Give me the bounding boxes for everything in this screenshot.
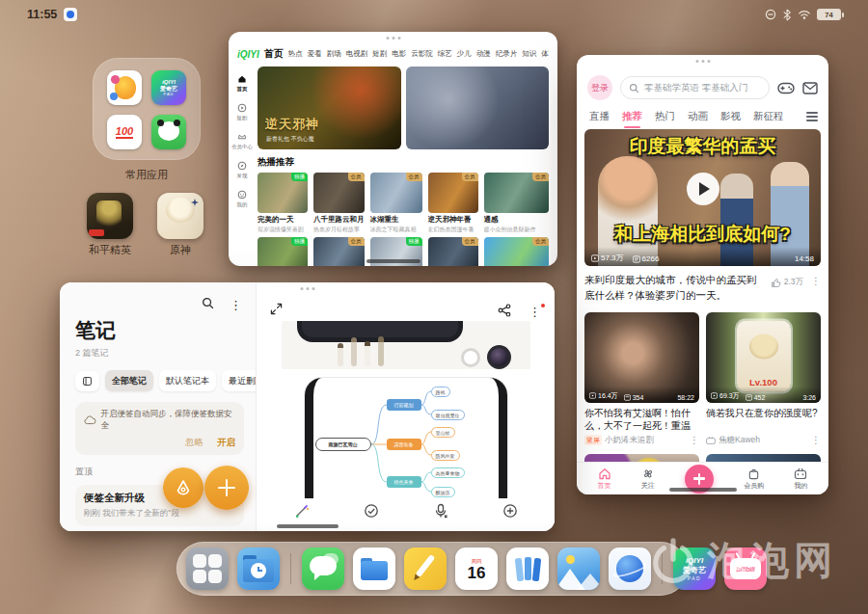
video-card[interactable]: 独播完美的一天贺岁温情爆笑喜剧 xyxy=(258,173,308,234)
iqiyi-tab[interactable]: 动漫 xyxy=(476,49,491,59)
tab-recommend[interactable]: 推荐 xyxy=(622,110,642,123)
window-resize-handle[interactable] xyxy=(669,488,737,492)
video-card[interactable]: 16.4万 354 58:22 你不怕我有艾滋啊！怕什么，大不了一起死！重温经典… xyxy=(584,312,699,446)
app-icon-game-for-peace[interactable] xyxy=(87,193,133,239)
iqiyi-app-icon[interactable]: iQIYI 爱奇艺 PAD xyxy=(673,547,716,590)
login-button[interactable]: 登录 xyxy=(587,75,612,100)
side-nav-shorts[interactable]: 短剧 xyxy=(236,103,248,122)
panda-app-icon[interactable] xyxy=(151,115,186,149)
nav-home[interactable]: 首页 xyxy=(598,467,611,491)
doodle-note-button[interactable] xyxy=(163,467,203,508)
app-folder[interactable]: iQIYI 爱奇艺 PAD 100 xyxy=(93,58,201,160)
iqiyi-pad-app-icon[interactable]: iQIYI 爱奇艺 PAD xyxy=(151,70,186,105)
window-resize-handle[interactable] xyxy=(366,259,420,263)
more-options-icon[interactable]: ⋮ xyxy=(811,436,821,445)
video-card[interactable]: 独播结束现代话剧舞台经典 xyxy=(258,237,308,266)
iqiyi-tab-home[interactable]: 首页 xyxy=(264,47,284,61)
todo-check-icon[interactable] xyxy=(364,503,379,519)
like-count[interactable]: 2.3万 xyxy=(771,277,803,288)
share-icon[interactable] xyxy=(498,304,511,317)
messages-icon[interactable] xyxy=(802,82,818,94)
more-options-icon[interactable]: ⋮ xyxy=(811,277,821,286)
sync-ignore-button[interactable]: 忽略 xyxy=(185,437,203,449)
more-options-icon[interactable]: ⋮ xyxy=(690,436,699,445)
nav-following[interactable]: 关注 xyxy=(641,467,655,491)
browser-app-icon[interactable] xyxy=(609,547,651,590)
iqiyi-tab[interactable]: 少儿 xyxy=(457,49,472,59)
window-handle-icon[interactable] xyxy=(300,287,314,290)
note-more-options-icon[interactable]: ⋮ xyxy=(529,306,541,318)
recent-files-icon[interactable] xyxy=(237,547,280,590)
voice-input-icon[interactable] xyxy=(433,503,448,519)
sync-enable-button[interactable]: 开启 xyxy=(217,437,235,449)
app-icon-genshin[interactable] xyxy=(157,193,203,239)
video-card[interactable]: 会员逆天邪神年番玄幻热血国漫年番 xyxy=(428,173,478,234)
window-handle-icon[interactable] xyxy=(386,37,400,40)
side-nav-discover[interactable]: 发现 xyxy=(236,161,248,180)
calendar-app-icon[interactable]: 周四 16 xyxy=(455,547,498,590)
iqiyi-tab[interactable]: 电视剧 xyxy=(346,49,368,59)
uploader-name[interactable]: 焦糖Kaweh xyxy=(719,435,760,446)
tab-film[interactable]: 影视 xyxy=(720,110,741,123)
iqiyi-tab[interactable]: 体育 xyxy=(541,49,549,59)
iqiyi-tab[interactable]: 综艺 xyxy=(438,49,452,59)
tab-new-journey[interactable]: 新征程 xyxy=(753,110,784,123)
featured-video-card[interactable]: 印度最繁华的孟买 和上海相比到底如何? 57.3万 6266 14:58 xyxy=(584,129,821,266)
video-duration: 14:58 xyxy=(795,254,814,263)
video-card[interactable]: 会员暗刃追踪缉凶行动全面展开 xyxy=(428,237,478,266)
search-icon[interactable] xyxy=(202,297,214,309)
video-card[interactable]: 会员冰湖重生冰面之下暗藏真相 xyxy=(370,173,422,234)
insert-plus-icon[interactable] xyxy=(502,503,518,519)
iqiyi-tab[interactable]: 剧场 xyxy=(327,49,341,59)
play-button[interactable] xyxy=(687,173,719,205)
window-resize-handle[interactable] xyxy=(277,524,339,528)
video-card[interactable]: 会员熊出没之丛林总动员陪伴孩子的快乐时光 xyxy=(484,237,550,266)
app-drawer-icon[interactable] xyxy=(186,547,229,590)
iqiyi-tab[interactable]: 爱看 xyxy=(308,49,322,59)
nav-mall[interactable]: 会员购 xyxy=(744,467,764,491)
notebook-switcher-icon[interactable] xyxy=(75,371,99,391)
bilibili-search-box[interactable]: 零基础学英语 零基础入门 xyxy=(620,76,770,99)
more-options-icon[interactable]: ⋮ xyxy=(230,299,242,311)
note-image-tablet-photo[interactable] xyxy=(282,321,530,369)
video-card[interactable]: 会员遮玉乱世儿女向阳而生 xyxy=(313,237,365,266)
video-card[interactable]: 会员通感超小众刑侦悬疑新作 xyxy=(484,173,550,234)
kids-app-icon[interactable] xyxy=(107,70,142,105)
100-score-app-icon[interactable]: 100 xyxy=(107,115,142,149)
iqiyi-tab[interactable]: 知识 xyxy=(522,49,536,59)
iqiyi-tab[interactable]: 云影院 xyxy=(411,49,433,59)
reader-app-icon[interactable] xyxy=(506,547,549,590)
filter-all-notes[interactable]: 全部笔记 xyxy=(105,370,153,391)
messages-app-icon[interactable] xyxy=(302,547,344,590)
expand-fullscreen-icon[interactable] xyxy=(270,302,283,319)
note-content[interactable]: 南迦巴瓦雪山 行前规划 露营装备 特色美食 路线 最佳观景位 登山杖 防风外套 … xyxy=(282,321,530,521)
tab-hot[interactable]: 热门 xyxy=(655,110,675,123)
iqiyi-tab[interactable]: 电影 xyxy=(392,49,406,59)
iqiyi-tab[interactable]: 短剧 xyxy=(372,49,387,59)
uploader-name[interactable]: 小奶浠来追剧 xyxy=(605,435,654,446)
magic-pen-icon[interactable] xyxy=(294,503,310,519)
filter-default-notebook[interactable]: 默认笔记本 xyxy=(159,370,216,391)
banner-featured-anime[interactable]: 逆天邪神 新春礼包 不负心魔 xyxy=(258,67,401,149)
side-nav-mine[interactable]: 我的 xyxy=(236,190,248,209)
file-manager-app-icon[interactable] xyxy=(353,547,395,590)
video-card[interactable]: Lv.100 69.3万 452 3:26 倘若我只在意你的强度呢? 焦糖Kaw… xyxy=(706,312,821,446)
notes-app-icon[interactable] xyxy=(404,547,447,590)
bilibili-app-icon[interactable]: bilibili xyxy=(724,547,767,590)
gallery-app-icon[interactable] xyxy=(557,547,600,590)
filter-recently-deleted[interactable]: 最近删除 xyxy=(222,370,257,391)
new-note-button[interactable] xyxy=(204,466,249,510)
side-nav-home[interactable]: 首页 xyxy=(236,74,248,93)
tab-anime[interactable]: 动画 xyxy=(688,110,708,123)
iqiyi-tab[interactable]: 热点 xyxy=(288,49,303,59)
game-center-icon[interactable] xyxy=(777,82,795,94)
nav-mine[interactable]: 我的 xyxy=(794,467,807,491)
video-description[interactable]: 来到印度最大的城市，传说中的孟买到底什么样？体验婆罗门的一天。 xyxy=(584,273,763,304)
tab-live[interactable]: 直播 xyxy=(589,110,610,123)
banner-featured-drama[interactable] xyxy=(406,67,550,149)
window-handle-icon[interactable] xyxy=(695,60,710,63)
side-nav-vip-center[interactable]: 会员中心 xyxy=(231,132,254,151)
tab-more-icon[interactable] xyxy=(806,112,818,121)
video-card[interactable]: 会员八千里路云和月热血岁月征程故事 xyxy=(313,173,365,234)
iqiyi-tab[interactable]: 纪录片 xyxy=(496,49,518,59)
